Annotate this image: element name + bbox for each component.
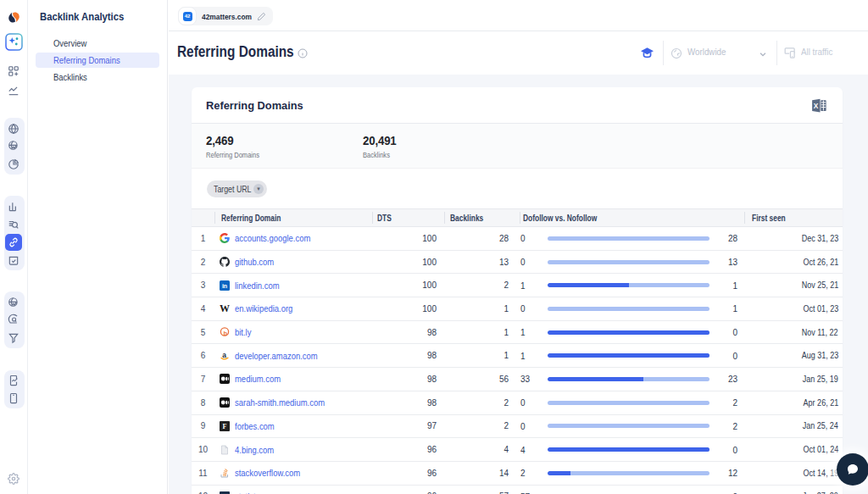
svg-text:b: b [223, 330, 227, 337]
svg-text:X: X [814, 103, 819, 110]
svg-text:F: F [223, 423, 227, 430]
svg-text:in: in [222, 283, 227, 289]
svg-text:a: a [222, 351, 226, 359]
svg-text:W: W [220, 303, 230, 314]
